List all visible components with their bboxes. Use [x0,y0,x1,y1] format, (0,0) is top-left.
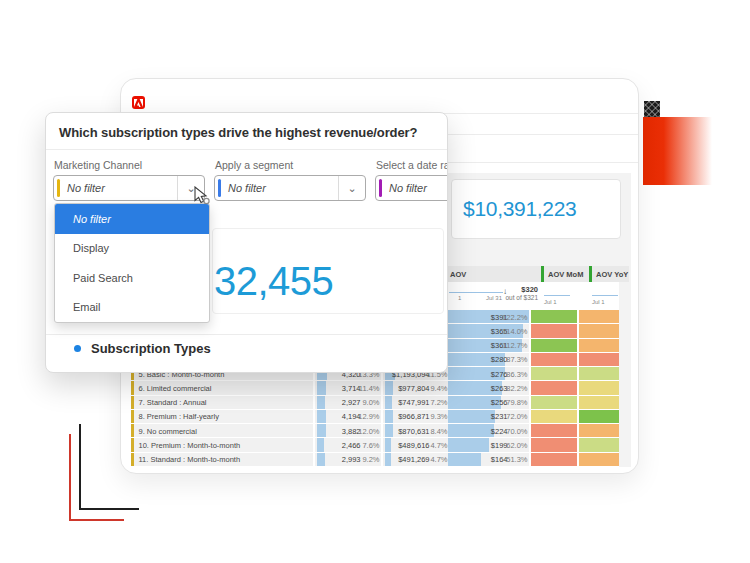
orders-percent: 11.4% [359,383,380,392]
aov-yoy-cell [577,310,619,323]
dropdown-item[interactable]: Paid Search [55,263,209,293]
filter-group: Marketing Channel No filter ⌄ [53,159,205,201]
revenue-bar [385,381,394,394]
dropdown-item[interactable]: Email [55,293,209,323]
revenue-percent: 4.7% [430,455,447,464]
orders-value: 2,466 [342,441,361,450]
aov-percent: 82.2% [506,383,527,392]
aov-mom-cell [529,324,577,337]
filter-group: Apply a segment No filter ⌄ [214,159,366,201]
filter-selected-value: No filter [54,182,177,194]
revenue-percent: 4.7% [430,441,447,450]
table-row[interactable]: 7. Standard : Annual 2,927 9.0% $747,991… [131,396,619,410]
filter-label: Marketing Channel [53,159,205,171]
filter-accent-bar [379,179,382,197]
question-panel: Which subscription types drive the highe… [45,112,448,373]
orders-bar [317,438,324,451]
row-label-cell[interactable]: 8. Premium : Half-yearly [134,410,313,423]
orders-percent: 7.6% [362,441,379,450]
revenue-percent: 9.3% [430,412,447,421]
chevron-down-icon[interactable]: ⌄ [338,176,365,200]
aov-yoy-cell [577,324,619,337]
aov-percent: 79.8% [506,398,527,407]
row-label-cell[interactable]: 7. Standard : Annual [134,396,313,409]
revenue-value: $870,631 [398,426,429,435]
aov-value: $164 [491,455,508,464]
revenue-value: $489,616 [398,441,429,450]
sparkline [449,292,503,293]
aov-yoy-cell [577,453,619,466]
revenue-cell: $870,631 8.4% [383,424,448,437]
dropdown-item[interactable]: Display [55,234,209,264]
filter-label: Select a date ran [375,159,448,171]
section-header[interactable]: Subscription Types [74,341,211,356]
aov-mom-cell [529,353,577,366]
revenue-percent: 7.2% [430,398,447,407]
orders-value: 2,993 [342,455,361,464]
aov-bar [448,453,482,466]
row-label: 9. No commercial [139,426,197,435]
revenue-value: $747,991 [398,398,429,407]
aov-bar [448,410,496,423]
aov-cell: $256 79.8% [448,396,529,409]
revenue-bar [385,410,394,423]
aov-cell: $164 51.3% [448,453,529,466]
revenue-metric-card: $10,391,223 [451,179,621,239]
filter-select[interactable]: No filter ⌄ [214,175,366,201]
aov-yoy-cell [577,367,619,380]
revenue-value: $966,871 [398,412,429,421]
row-label: 8. Premium : Half-yearly [139,412,219,421]
aov-cell: $263 82.2% [448,381,529,394]
axis-label: Jul 1 [592,299,605,305]
section-label: Subscription Types [91,341,211,356]
aov-value: $256 [491,398,508,407]
aov-mom-cell [529,453,577,466]
aov-percent: 114.0% [503,326,528,335]
row-label-cell[interactable]: 10. Premium : Month-to-month [134,438,313,451]
filter-selected-value: No filter [215,182,338,194]
table-row[interactable]: 8. Premium : Half-yearly 4,194 12.9% $96… [131,410,619,424]
aov-cell: $231 72.0% [448,410,529,423]
orders-cell: 2,993 9.2% [315,453,381,466]
table-row[interactable]: 10. Premium : Month-to-month 2,466 7.6% … [131,438,619,452]
orders-cell: 3,882 12.0% [315,424,381,437]
revenue-cell: $966,871 9.3% [383,410,448,423]
aov-total-value: $320 [521,285,538,294]
orders-value: 2,927 [342,398,361,407]
column-header-aov-mom[interactable]: AOV MoM [541,266,589,282]
aov-yoy-cell [577,424,619,437]
row-label-cell[interactable]: 6. Limited commercial [134,381,313,394]
filter-selected-value: No filter [376,182,448,194]
orders-percent: 9.2% [362,455,379,464]
row-label: 7. Standard : Annual [139,398,207,407]
revenue-percent: 8.4% [430,426,447,435]
column-header-aov[interactable]: AOV [450,266,466,282]
aov-bar [448,438,489,451]
orders-bar [317,410,327,423]
orders-cell: 2,466 7.6% [315,438,381,451]
aov-cell: $199 62.0% [448,438,529,451]
filter-select[interactable]: No filter ⌄ [53,175,205,201]
revenue-value: $977,804 [398,383,429,392]
orders-metric-value: 32,455 [214,259,333,304]
row-label-cell[interactable]: 11. Standard : Month-to-month [134,453,313,466]
aov-percent: 70.0% [506,426,527,435]
column-header-aov-yoy[interactable]: AOV YoY [589,266,629,282]
aov-yoy-cell [577,396,619,409]
aov-mom-cell [529,381,577,394]
filter-select[interactable]: No filter ⌄ [375,175,448,201]
orders-percent: 9.0% [362,398,379,407]
aov-cell: $391 122.2% [448,310,529,323]
table-row[interactable]: 11. Standard : Month-to-month 2,993 9.2%… [131,453,619,467]
revenue-metric-value: $10,391,223 [452,197,576,221]
row-label-cell[interactable]: 9. No commercial [134,424,313,437]
panel-divider [46,334,447,335]
table-row[interactable]: 9. No commercial 3,882 12.0% $870,631 8.… [131,424,619,438]
aov-percent: 112.7% [503,341,528,350]
revenue-cell: $491,269 4.7% [383,453,448,466]
panel-divider [46,149,447,150]
orders-percent: 12.0% [358,426,379,435]
axis-label: Jul 1 [544,299,557,305]
table-row[interactable]: 6. Limited commercial 3,714 11.4% $977,8… [131,381,619,395]
dropdown-item[interactable]: No filter [55,204,209,234]
